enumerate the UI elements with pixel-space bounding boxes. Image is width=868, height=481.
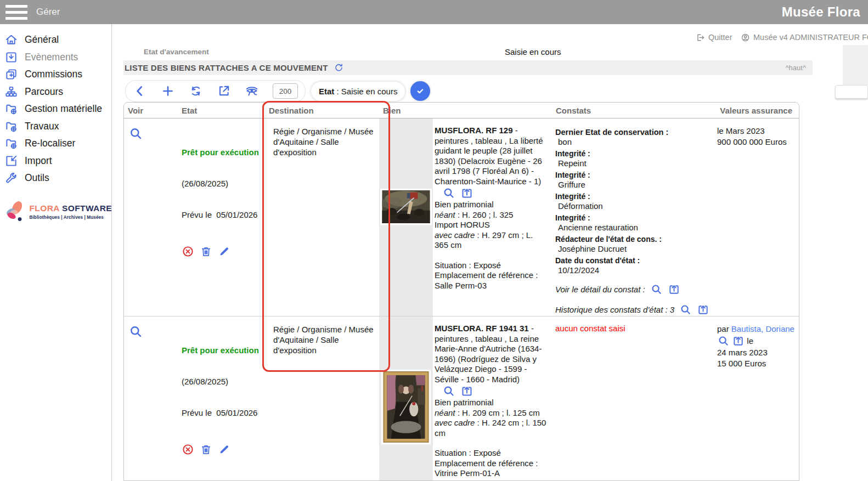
col-header-constats: Constats xyxy=(552,106,715,115)
search-icon[interactable] xyxy=(650,283,663,296)
row-status-date: (26/08/2025) xyxy=(182,178,264,189)
sidebar-item-parcours[interactable]: Parcours xyxy=(0,83,111,101)
constat-label: Dernier Etat de conservation : xyxy=(555,127,713,137)
bien-type: Bien patrimonial xyxy=(435,200,549,210)
row-status-date: (26/08/2025) xyxy=(182,376,264,387)
scroll-top-link[interactable]: ^haut^ xyxy=(785,64,806,72)
sidebar-item-import[interactable]: Import xyxy=(0,152,111,170)
row-status: Prêt pour exécution xyxy=(182,147,264,157)
valeur-author-link[interactable]: Bautista, Doriane xyxy=(731,324,794,333)
constat-label: Rédacteur de l'état de cons. : xyxy=(555,234,713,244)
trash-icon[interactable] xyxy=(200,443,212,456)
list-toolbar: Etat : Saisie en cours xyxy=(125,80,430,102)
artwork-thumbnail[interactable] xyxy=(381,370,431,444)
constat-label: Integrité : xyxy=(555,170,713,180)
sidebar-item-outils[interactable]: Outils xyxy=(0,169,111,187)
valeur-suffix: le xyxy=(745,336,753,346)
menu-label[interactable]: Gérer xyxy=(36,7,60,18)
bien-dim-label: néant xyxy=(435,408,455,417)
open-record-icon[interactable] xyxy=(460,384,474,398)
side-panel-fragment xyxy=(843,45,868,85)
search-icon[interactable] xyxy=(128,324,143,339)
open-record-icon[interactable] xyxy=(668,283,680,296)
sidebar-item-label: Général xyxy=(25,34,59,46)
sidebar-item-evenements[interactable]: Evènements xyxy=(0,49,111,66)
page: Gérer Musée Flora Général Evènements Com… xyxy=(0,0,868,481)
sidebar-item-label: Import xyxy=(25,155,52,167)
col-header-voir: Voir xyxy=(124,106,176,115)
valeur-date: 24 mars 2023 xyxy=(717,347,797,358)
quit-button[interactable]: Quitter xyxy=(696,32,732,43)
row-destination: Régie / Organisme / Musée d'Aquitaine / … xyxy=(264,316,379,481)
validate-button[interactable] xyxy=(410,81,430,101)
wrench-icon xyxy=(5,172,18,184)
external-link-icon[interactable] xyxy=(217,84,231,98)
sidebar-item-label: Re-localiser xyxy=(25,138,75,149)
search-icon[interactable] xyxy=(442,384,455,398)
constat-history-link[interactable]: Historique des constats d'état : 3 xyxy=(555,305,674,315)
user-menu[interactable]: Musée v4 ADMINISTRATEUR FO xyxy=(741,32,868,43)
constat-detail-link[interactable]: Voir le détail du constat : xyxy=(555,285,645,295)
bien-dim-label: avec cadre xyxy=(435,230,475,240)
artwork-thumbnail[interactable] xyxy=(380,189,432,225)
sidebar-item-label: Gestion matérielle xyxy=(25,103,102,115)
sidebar-item-label: Travaux xyxy=(25,121,59,132)
constat-value: Repeint xyxy=(555,159,713,168)
row-destination: Régie / Organisme / Musée d'Aquitaine / … xyxy=(264,118,379,316)
open-record-icon[interactable] xyxy=(732,335,745,347)
sidebar-item-commissions[interactable]: Commissions xyxy=(0,66,111,83)
plus-icon[interactable] xyxy=(161,84,175,98)
import-icon xyxy=(5,155,18,167)
progress-field-label: Etat d'avancement xyxy=(144,48,209,56)
flora-software-logo: FLORA SOFTWARE Bibliothèques | Archives … xyxy=(1,191,112,233)
logo-brand-software: SOFTWARE xyxy=(62,203,112,213)
events-box-icon xyxy=(5,51,18,64)
etat-filter-label: Etat xyxy=(319,87,334,96)
sitemap-icon xyxy=(5,86,18,98)
cancel-icon[interactable] xyxy=(182,443,194,456)
pencil-icon[interactable] xyxy=(218,245,230,258)
bien-situation: Situation : Exposé xyxy=(435,448,549,459)
eye-horus-icon[interactable] xyxy=(245,84,259,98)
sidebar-item-label: Evènements xyxy=(25,52,78,63)
side-panel-box[interactable] xyxy=(835,85,868,99)
open-record-icon[interactable] xyxy=(697,303,709,316)
sidebar-item-gestion-materielle[interactable]: Gestion matérielle xyxy=(0,100,111,118)
table-row: Prêt pour exécution (26/08/2025) Prévu l… xyxy=(124,118,799,316)
row-count-input[interactable] xyxy=(273,83,298,99)
refresh-icon[interactable] xyxy=(334,63,344,73)
search-icon[interactable] xyxy=(717,335,730,347)
table-row: Prêt pour exécution (26/08/2025) Prévu l… xyxy=(124,316,799,481)
constat-value: bon xyxy=(555,137,713,147)
pencil-icon[interactable] xyxy=(218,443,230,456)
constat-label: Integrité : xyxy=(555,191,713,201)
folder-globe-icon xyxy=(5,137,18,150)
search-icon[interactable] xyxy=(442,186,455,200)
sidebar-item-general[interactable]: Général xyxy=(0,31,111,49)
open-record-icon[interactable] xyxy=(460,186,474,200)
sidebar-item-relocaliser[interactable]: Re-localiser xyxy=(0,135,111,152)
chevron-left-icon[interactable] xyxy=(133,84,147,98)
search-icon[interactable] xyxy=(679,303,692,316)
cancel-icon[interactable] xyxy=(182,245,194,258)
bien-type: Bien patrimonial xyxy=(435,398,549,408)
bien-dim-value: : H. 260 ; l. 325 xyxy=(455,210,514,219)
valeur-date: le Mars 2023 xyxy=(717,126,797,137)
hamburger-icon[interactable] xyxy=(5,5,27,20)
commissions-icon xyxy=(5,68,18,81)
thumbnail-cell xyxy=(379,118,433,316)
valeur-prefix: par xyxy=(717,324,731,333)
etat-filter-pill[interactable]: Etat : Saisie en cours xyxy=(311,82,405,101)
constat-value: Joséphine Ducruet xyxy=(555,244,713,254)
trash-icon[interactable] xyxy=(200,245,212,258)
constat-value: Ancienne restauration xyxy=(555,223,713,233)
toolbar-group xyxy=(125,80,306,102)
sidebar-item-travaux[interactable]: Travaux xyxy=(0,118,111,135)
bien-situation: Situation : Exposé xyxy=(435,261,549,271)
row-status: Prêt pour exécution xyxy=(182,345,264,355)
bien-dim-value: : H. 209 cm ; l. 125 cm xyxy=(455,408,540,417)
bien-code: MUSFLORA. RF 129 xyxy=(435,126,513,135)
home-icon xyxy=(5,33,18,46)
search-icon[interactable] xyxy=(128,126,143,141)
recycle-icon[interactable] xyxy=(189,84,203,98)
